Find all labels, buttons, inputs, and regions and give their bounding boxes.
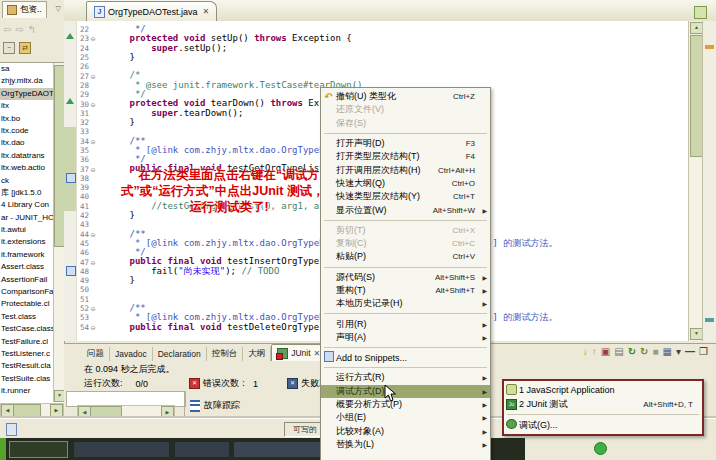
context-menu-item[interactable]: 保存(S) xyxy=(321,117,490,130)
package-explorer-panel: 包资.. ▽ ⇦ ⇨ ↰ − ⇄ sazhjy.mltx.daOrgTypeDA… xyxy=(0,0,65,418)
context-menu-shortcut: Ctrl+X xyxy=(453,226,487,235)
gutter-line: 46 xyxy=(76,248,97,257)
panel-tab-问题[interactable]: 问题 xyxy=(82,347,110,361)
pane-divider[interactable] xyxy=(184,391,185,419)
context-menu-item[interactable]: 复制(C)Ctrl+C xyxy=(321,237,490,250)
context-menu-label: 小组(E) xyxy=(336,411,366,424)
gutter-line: 32 xyxy=(76,118,97,127)
context-menu-label: 复制(C) xyxy=(336,237,367,250)
context-menu-item[interactable]: 打开调用层次结构(H)Ctrl+Alt+H xyxy=(321,163,490,176)
tree-hscrollbar-thumb[interactable] xyxy=(13,404,41,417)
close-icon[interactable]: ✕ xyxy=(203,7,210,16)
context-menu-item[interactable]: 本地历史记录(H)▶ xyxy=(321,297,490,310)
submenu-arrow-icon: ▶ xyxy=(482,374,487,381)
rerun-test-icon[interactable]: ↻ xyxy=(628,346,636,358)
change-marker-icon[interactable] xyxy=(66,33,74,39)
runs-value: 0/0 xyxy=(136,379,149,389)
context-menu-item[interactable]: 概要分析方式(P)▶ xyxy=(321,398,490,411)
test-hierarchy-icon[interactable]: ▦ xyxy=(663,346,672,358)
tray-icon[interactable] xyxy=(594,442,607,455)
test-marker-icon[interactable] xyxy=(66,173,76,183)
submenu-arrow-icon: ▶ xyxy=(482,287,487,294)
context-menu-item[interactable]: 显示位置(W)Alt+Shift+W▶ xyxy=(321,203,490,216)
panel-tab-junit[interactable]: JUnit✕ xyxy=(271,344,326,361)
gutter-line: 26 xyxy=(76,62,97,71)
panel-tab-控制台[interactable]: 控制台 xyxy=(207,347,244,361)
gutter-line: 33 xyxy=(76,127,97,136)
quick-diff-band xyxy=(64,127,76,211)
stop-icon[interactable]: ■ xyxy=(653,346,659,358)
context-menu-item[interactable]: 重构(T)Alt+Shift+T▶ xyxy=(321,284,490,297)
editor-tab-orgtypedaotest[interactable]: J OrgTypeDAOTest.java ✕ xyxy=(86,1,217,21)
collapse-all-icon[interactable]: − xyxy=(3,42,15,54)
overview-info-mark[interactable] xyxy=(705,318,714,322)
tree-horizontal-scrollbar[interactable]: ◀ ▶ xyxy=(0,403,64,418)
context-menu-label: 比较对象(A) xyxy=(336,425,384,438)
link-with-editor-icon[interactable]: ⇄ xyxy=(19,42,31,54)
context-menu-item[interactable]: 剪切(T)Ctrl+X xyxy=(321,224,490,237)
gutter-line: 41 xyxy=(76,202,97,211)
rerun-failed-icon[interactable]: ↻ xyxy=(640,346,648,358)
next-failure-icon[interactable]: ↓ xyxy=(583,346,588,358)
editor-vertical-scrollbar[interactable]: ▲ ▼ xyxy=(688,21,703,341)
taskbar-button[interactable] xyxy=(9,441,68,458)
view-menu-icon[interactable]: ▾ xyxy=(676,346,681,358)
context-menu-item[interactable]: 快速大纲(Q)Ctrl+O xyxy=(321,177,490,190)
context-menu-item[interactable]: 替换为(L)▶ xyxy=(321,438,490,451)
overview-ruler xyxy=(702,21,716,341)
context-menu-item[interactable]: 引用(R)▶ xyxy=(321,317,490,330)
errors-value: 1 xyxy=(253,379,258,389)
context-menu-shortcut: Ctrl+Alt+H xyxy=(438,166,487,175)
debug-submenu-separator xyxy=(507,414,699,415)
back-icon[interactable]: ⇦ xyxy=(3,24,11,35)
context-menu-item[interactable]: 打开类型层次结构(T)F4 xyxy=(321,150,490,163)
editor-area-menu-icon[interactable] xyxy=(694,6,707,19)
tree-scroll-right-icon[interactable]: ▶ xyxy=(50,404,63,417)
up-icon[interactable]: ↰ xyxy=(28,24,36,35)
gutter-line: 44⊖ xyxy=(76,230,97,239)
tab-package-explorer[interactable]: 包资.. xyxy=(2,1,47,18)
test-marker-icon[interactable] xyxy=(66,266,76,276)
previous-failure-icon[interactable]: ↑ xyxy=(592,346,597,358)
context-menu-item[interactable]: 比较对象(A)▶ xyxy=(321,425,490,438)
taskbar-button[interactable] xyxy=(233,441,331,458)
scroll-lock-icon[interactable]: ▤ xyxy=(614,346,623,358)
context-menu-item[interactable]: 小组(E)▶ xyxy=(321,411,490,424)
junit-icon: Ju xyxy=(506,399,517,410)
forward-icon[interactable]: ⇨ xyxy=(15,24,23,35)
context-menu-label: 声明(A) xyxy=(336,331,366,344)
undo-icon: ↶ xyxy=(324,91,332,102)
context-menu-item[interactable]: 打开声明(D)F3 xyxy=(321,137,490,150)
context-menu-label: 引用(R) xyxy=(336,318,367,331)
context-menu-separator xyxy=(324,133,487,134)
context-menu-item[interactable]: 源代码(S)Alt+Shift+S▶ xyxy=(321,271,490,284)
maximize-icon[interactable]: ❐ xyxy=(699,346,708,358)
context-menu-item[interactable]: 粘贴(P)Ctrl+V xyxy=(321,250,490,263)
taskbar-button[interactable] xyxy=(73,441,170,458)
change-marker-icon[interactable] xyxy=(66,98,74,104)
gutter-line: 29 xyxy=(76,90,97,99)
debug-submenu-item[interactable]: Ju2 JUnit 测试Alt+Shift+D, T xyxy=(504,397,702,411)
panel-tab-javadoc[interactable]: Javadoc xyxy=(110,347,153,361)
context-menu-item[interactable]: 快速类型层次结构(Y)Ctrl+T xyxy=(321,190,490,203)
context-menu-label: Add to Snippets... xyxy=(336,353,407,363)
start-button-edge[interactable] xyxy=(0,438,6,460)
errors-label: 错误次数： xyxy=(203,377,248,390)
context-menu-item[interactable]: 还原文件(V) xyxy=(321,103,490,116)
debug-submenu-item[interactable]: 1 JavaScript Application xyxy=(504,383,702,397)
context-menu-item[interactable]: 运行方式(R)▶ xyxy=(321,371,490,384)
overview-warning-mark[interactable] xyxy=(705,45,714,49)
debug-submenu-item[interactable]: 调试(G)... xyxy=(504,418,702,432)
minimize-icon[interactable]: — xyxy=(685,346,695,358)
panel-tab-declaration[interactable]: Declaration xyxy=(153,347,207,361)
panel-tab-大纲[interactable]: 大纲 xyxy=(243,347,271,361)
failures-only-icon[interactable]: ▣ xyxy=(601,346,610,358)
taskbar-button[interactable] xyxy=(174,441,230,458)
context-menu-item[interactable]: 调试方式(D)▶ xyxy=(321,385,490,398)
tree-vertical-scrollbar[interactable]: ▼ xyxy=(53,63,64,402)
context-menu-label: 撤销(U) 类型化 xyxy=(336,90,396,103)
view-menu-chevron-icon[interactable]: ▽ xyxy=(56,5,61,13)
context-menu-item[interactable]: ↶撤销(U) 类型化Ctrl+Z xyxy=(321,90,490,103)
context-menu-item[interactable]: Add to Snippets... xyxy=(321,351,490,364)
context-menu-item[interactable]: 声明(A)▶ xyxy=(321,331,490,344)
